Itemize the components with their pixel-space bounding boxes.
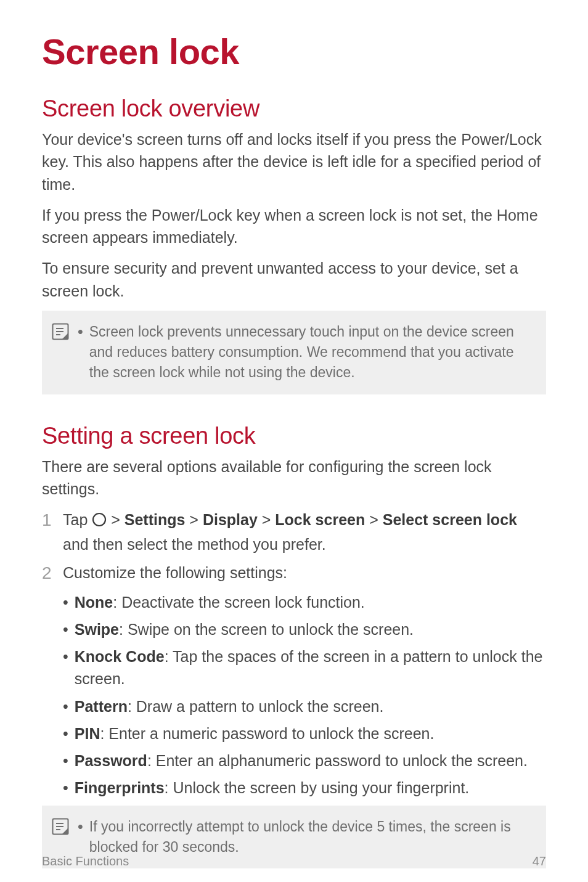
option-name: Knock Code <box>75 648 165 665</box>
option-name: Password <box>75 752 147 769</box>
bullet: • <box>63 722 68 745</box>
option-name: Swipe <box>75 621 119 638</box>
option-row: •None: Deactivate the screen lock functi… <box>63 591 546 613</box>
step-2-text: Customize the following settings: <box>63 561 287 584</box>
option-row: •Swipe: Swipe on the screen to unlock th… <box>63 618 546 640</box>
option-row: •Pattern: Draw a pattern to unlock the s… <box>63 695 546 717</box>
option-content: None: Deactivate the screen lock functio… <box>75 591 365 613</box>
step-1: 1 Tap > Settings > Display > Lock screen… <box>42 508 546 555</box>
option-content: PIN: Enter a numeric password to unlock … <box>75 722 435 745</box>
overview-paragraph-2: If you press the Power/Lock key when a s… <box>42 204 546 249</box>
note-icon <box>52 818 69 835</box>
note-box-overview: • Screen lock prevents unnecessary touch… <box>42 311 546 394</box>
path-settings: Settings <box>125 511 186 528</box>
option-row: •Password: Enter an alphanumeric passwor… <box>63 749 546 772</box>
option-name: None <box>75 594 113 611</box>
section-heading-overview: Screen lock overview <box>42 96 546 122</box>
overview-paragraph-3: To ensure security and prevent unwanted … <box>42 257 546 302</box>
footer-section: Basic Functions <box>42 854 129 868</box>
home-icon <box>92 510 107 533</box>
option-row: •Knock Code: Tap the spaces of the scree… <box>63 645 546 690</box>
step-number: 1 <box>42 508 63 532</box>
step-1-content: Tap > Settings > Display > Lock screen >… <box>63 508 546 555</box>
path-display: Display <box>203 511 258 528</box>
note-bullet: • <box>78 322 83 343</box>
bullet: • <box>63 777 68 799</box>
note-text-overview: Screen lock prevents unnecessary touch i… <box>89 322 533 383</box>
option-content: Pattern: Draw a pattern to unlock the sc… <box>75 695 384 717</box>
option-desc: : Enter an alphanumeric password to unlo… <box>147 752 528 769</box>
page-footer: Basic Functions 47 <box>42 854 546 868</box>
bullet: • <box>63 695 68 717</box>
section-heading-setting: Setting a screen lock <box>42 423 546 449</box>
option-name: Pattern <box>75 698 128 715</box>
option-desc: : Swipe on the screen to unlock the scre… <box>119 621 414 638</box>
option-row: •PIN: Enter a numeric password to unlock… <box>63 722 546 745</box>
option-desc: : Enter a numeric password to unlock the… <box>100 725 434 742</box>
page-title: Screen lock <box>42 31 546 72</box>
step-1-prefix: Tap <box>63 511 92 528</box>
step-2: 2 Customize the following settings: <box>42 561 546 585</box>
option-desc: : Deactivate the screen lock function. <box>113 594 365 611</box>
step-1-suffix: and then select the method you prefer. <box>63 536 326 553</box>
bullet: • <box>63 618 68 640</box>
footer-page-number: 47 <box>533 854 546 868</box>
note-bullet: • <box>78 817 83 838</box>
note-text-setting: If you incorrectly attempt to unlock the… <box>89 817 533 858</box>
bullet: • <box>63 591 68 613</box>
option-name: Fingerprints <box>75 779 165 796</box>
option-name: PIN <box>75 725 100 742</box>
option-content: Swipe: Swipe on the screen to unlock the… <box>75 618 414 640</box>
path-lock-screen: Lock screen <box>275 511 365 528</box>
option-content: Password: Enter an alphanumeric password… <box>75 749 528 772</box>
bullet: • <box>63 749 68 772</box>
path-select-screen-lock: Select screen lock <box>383 511 517 528</box>
option-desc: : Unlock the screen by using your finger… <box>165 779 470 796</box>
option-desc: : Draw a pattern to unlock the screen. <box>128 698 384 715</box>
svg-point-4 <box>93 513 105 526</box>
step-number: 2 <box>42 561 63 585</box>
option-content: Knock Code: Tap the spaces of the screen… <box>75 645 546 690</box>
setting-intro: There are several options available for … <box>42 455 546 500</box>
bullet: • <box>63 645 68 668</box>
overview-paragraph-1: Your device's screen turns off and locks… <box>42 128 546 195</box>
note-icon <box>52 323 69 340</box>
option-row: •Fingerprints: Unlock the screen by usin… <box>63 777 546 799</box>
option-content: Fingerprints: Unlock the screen by using… <box>75 777 470 799</box>
